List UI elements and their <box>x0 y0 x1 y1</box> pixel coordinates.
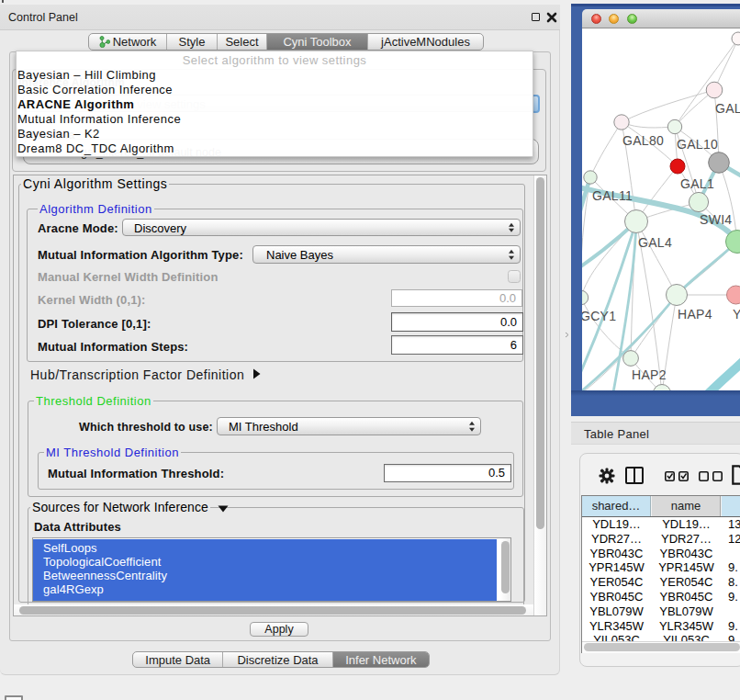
svg-text:GAL7: GAL7 <box>715 101 740 116</box>
svg-text:GAL80: GAL80 <box>622 133 664 148</box>
svg-text:SWI4: SWI4 <box>700 212 732 227</box>
svg-text:GAL11: GAL11 <box>592 188 633 203</box>
svg-text:HAP4: HAP4 <box>678 307 712 322</box>
svg-text:HAP2: HAP2 <box>632 367 667 382</box>
svg-text:GAL4: GAL4 <box>638 235 672 250</box>
svg-text:GAL1: GAL1 <box>680 176 714 191</box>
svg-text:Y: Y <box>733 307 740 322</box>
svg-text:GCY1: GCY1 <box>582 309 616 323</box>
svg-text:GAL10: GAL10 <box>677 137 718 152</box>
